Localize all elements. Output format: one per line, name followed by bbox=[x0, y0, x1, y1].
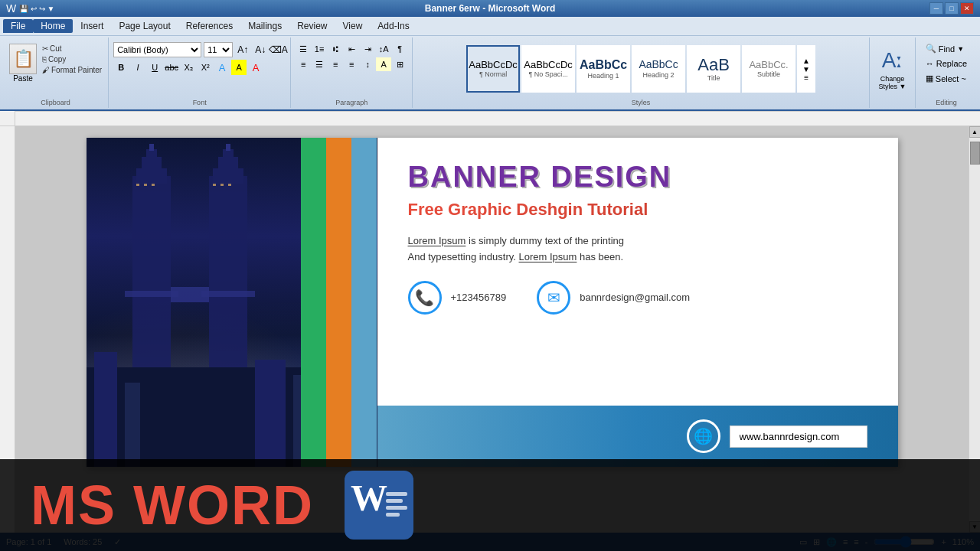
ruler-svg bbox=[15, 111, 980, 126]
banner-right-content: BANNER DESIGN Free Graphic Deshgin Tutor… bbox=[377, 138, 898, 406]
line-spacing-btn[interactable]: ↕ bbox=[360, 57, 375, 71]
numbering-btn[interactable]: 1≡ bbox=[312, 42, 327, 56]
banner-left-photo bbox=[87, 138, 377, 467]
font-group: Calibri (Body) 11 A↑ A↓ ⌫A B I U abc X₂ … bbox=[109, 37, 291, 108]
align-right-btn[interactable]: ≡ bbox=[328, 57, 343, 71]
select-button[interactable]: ▦ Select ~ bbox=[923, 72, 969, 85]
style-normal[interactable]: AaBbCcDc ¶ Normal bbox=[466, 45, 520, 93]
menu-addins[interactable]: Add-Ins bbox=[370, 19, 416, 33]
font-color-btn[interactable]: A bbox=[248, 60, 263, 75]
svg-rect-8 bbox=[125, 291, 178, 297]
style-h1-name: Heading 1 bbox=[588, 72, 619, 80]
style-scroll-up[interactable]: ▲ bbox=[802, 57, 810, 65]
justify-btn[interactable]: ≡ bbox=[344, 57, 359, 71]
banner-body: Lorem Ipsum is simply dummy text of the … bbox=[408, 233, 867, 266]
banner-bottom: 🌐 bbox=[377, 406, 898, 467]
increase-indent-btn[interactable]: ⇥ bbox=[360, 42, 375, 56]
close-btn[interactable]: ✕ bbox=[960, 2, 974, 15]
align-left-btn[interactable]: ≡ bbox=[296, 57, 311, 71]
logo-line-1 bbox=[386, 492, 407, 496]
cut-button[interactable]: ✂ Cut bbox=[41, 44, 103, 54]
find-button[interactable]: 🔍 Find ▼ bbox=[923, 42, 967, 55]
font-size-select[interactable]: 11 bbox=[204, 42, 233, 57]
menu-bar: File Home Insert Page Layout References … bbox=[0, 17, 980, 36]
menu-review[interactable]: Review bbox=[289, 19, 335, 33]
menu-references[interactable]: References bbox=[178, 19, 240, 33]
style-subtitle[interactable]: AaBbCc. Subtitle bbox=[742, 45, 795, 93]
multilevel-btn[interactable]: ⑆ bbox=[328, 42, 343, 56]
body-text-1: is simply dummy text of the printing bbox=[469, 235, 624, 246]
text-effects-btn[interactable]: A bbox=[214, 60, 230, 75]
menu-home[interactable]: Home bbox=[33, 19, 73, 33]
font-name-select[interactable]: Calibri (Body) bbox=[113, 42, 201, 57]
scroll-thumb[interactable] bbox=[970, 142, 980, 165]
style-subtitle-name: Subtitle bbox=[757, 70, 780, 78]
style-normal-preview: AaBbCcDc bbox=[469, 60, 518, 70]
website-input[interactable] bbox=[730, 425, 867, 448]
replace-button[interactable]: ↔ Replace bbox=[923, 57, 970, 70]
svg-rect-17 bbox=[144, 184, 147, 186]
borders-btn[interactable]: ⊞ bbox=[392, 57, 407, 71]
svg-rect-13 bbox=[226, 144, 230, 151]
svg-rect-19 bbox=[213, 184, 216, 186]
style-no-spacing[interactable]: AaBbCcDc ¶ No Spaci... bbox=[521, 45, 575, 93]
logo-line-3 bbox=[386, 506, 407, 510]
style-title[interactable]: AaB Title bbox=[687, 45, 740, 93]
shading-btn[interactable]: A bbox=[376, 57, 391, 71]
maximize-btn[interactable]: □ bbox=[945, 2, 959, 15]
phone-number: +123456789 bbox=[451, 292, 507, 303]
banner-title: BANNER DESIGN bbox=[408, 161, 867, 194]
logo-line-2 bbox=[386, 499, 403, 503]
styles-group: AaBbCcDc ¶ Normal AaBbCcDc ¶ No Spaci...… bbox=[413, 37, 870, 108]
menu-mailings[interactable]: Mailings bbox=[240, 19, 289, 33]
font-label: Font bbox=[109, 99, 290, 106]
minimize-btn[interactable]: ─ bbox=[929, 2, 943, 15]
logo-line-4 bbox=[386, 513, 400, 517]
email-contact: ✉ bannrdesign@gmail.com bbox=[537, 281, 690, 315]
format-painter-button[interactable]: 🖌 Format Painter bbox=[41, 65, 103, 75]
copy-button[interactable]: ⎘ Copy bbox=[41, 54, 103, 64]
bold-button[interactable]: B bbox=[113, 60, 129, 75]
menu-view[interactable]: View bbox=[335, 19, 371, 33]
cut-icon: ✂ bbox=[42, 44, 48, 53]
phone-icon: 📞 bbox=[408, 281, 442, 315]
align-center-btn[interactable]: ☰ bbox=[312, 57, 327, 71]
photo-background bbox=[87, 138, 377, 467]
paragraph-label: Paragraph bbox=[291, 99, 412, 106]
replace-icon: ↔ bbox=[926, 59, 934, 68]
style-more-btn[interactable]: ≡ bbox=[804, 73, 808, 82]
style-h2-name: Heading 2 bbox=[643, 71, 675, 79]
menu-file[interactable]: File bbox=[3, 19, 33, 33]
svg-rect-15 bbox=[171, 287, 209, 302]
show-marks-btn[interactable]: ¶ bbox=[392, 42, 407, 56]
decrease-indent-btn[interactable]: ⇤ bbox=[344, 42, 359, 56]
superscript-button[interactable]: X² bbox=[198, 60, 213, 75]
menu-insert[interactable]: Insert bbox=[73, 19, 111, 33]
highlight-btn[interactable]: A bbox=[231, 60, 247, 75]
lorem-ipsum-1: Lorem Ipsum bbox=[408, 235, 466, 246]
bullets-btn[interactable]: ☰ bbox=[296, 42, 311, 56]
style-heading1[interactable]: AaBbCc Heading 1 bbox=[577, 45, 630, 93]
word-logo-lines bbox=[386, 492, 407, 517]
menu-page-layout[interactable]: Page Layout bbox=[111, 19, 178, 33]
style-more[interactable]: ▲ ▼ ≡ bbox=[797, 45, 815, 93]
font-grow-btn[interactable]: A↑ bbox=[235, 42, 250, 57]
underline-button[interactable]: U bbox=[147, 60, 162, 75]
italic-button[interactable]: I bbox=[130, 60, 145, 75]
clipboard-label: Clipboard bbox=[3, 99, 108, 106]
subscript-button[interactable]: X₂ bbox=[181, 60, 196, 75]
strikethrough-button[interactable]: abc bbox=[164, 60, 179, 75]
style-scroll-down[interactable]: ▼ bbox=[802, 65, 810, 73]
title-bar: W 💾 ↩ ↪ ▼ Banner 6erw - Microsoft Word ─… bbox=[0, 0, 980, 17]
svg-rect-24 bbox=[125, 383, 140, 467]
copy-icon: ⎘ bbox=[42, 55, 47, 64]
clear-format-btn[interactable]: ⌫A bbox=[270, 42, 286, 57]
paste-button[interactable]: 📋 Paste bbox=[8, 42, 38, 84]
main-area: BANNER DESIGN Free Graphic Deshgin Tutor… bbox=[0, 126, 980, 533]
clipboard-group: 📋 Paste ✂ Cut ⎘ Copy 🖌 Format Painter bbox=[3, 37, 109, 108]
font-shrink-btn[interactable]: A↓ bbox=[253, 42, 268, 57]
sort-btn[interactable]: ↕A bbox=[376, 42, 391, 56]
change-styles-button[interactable]: ChangeStyles ▼ bbox=[879, 75, 906, 90]
style-heading2[interactable]: AaBbCc Heading 2 bbox=[632, 45, 685, 93]
scroll-up-arrow[interactable]: ▲ bbox=[969, 126, 981, 138]
